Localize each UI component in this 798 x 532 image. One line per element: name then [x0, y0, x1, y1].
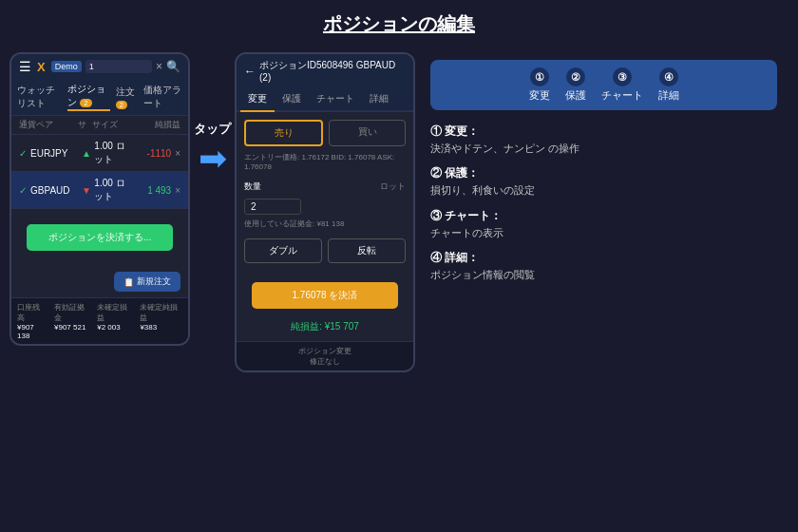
left-phone: ☰ X Demo 1 × 🔍 ウォッチリスト ポジション 2 注文 2 価格アラ… — [10, 52, 190, 346]
double-button[interactable]: ダブル — [244, 238, 322, 263]
tab-position[interactable]: ポジション 2 — [67, 83, 109, 111]
tab-alert[interactable]: 価格アラート — [143, 84, 182, 110]
tabs-overview: ① 変更 ② 保護 ③ チャート ④ 詳細 — [430, 60, 777, 110]
right-phone: ← ポジションID5608496 GBPAUD (2) 変更 保護 チャート 詳… — [235, 52, 415, 372]
footer-balance: 口座残高 ¥907 138 — [17, 302, 47, 340]
quantity-label: 数量 — [244, 180, 380, 193]
col-header-size: サイズ — [92, 119, 136, 131]
footer-net-unrealized: 未確定純損益 ¥383 — [140, 302, 182, 340]
buy-button[interactable]: 買い — [329, 120, 406, 146]
close-icon[interactable]: × — [156, 60, 162, 73]
tab-label-2: 保護 — [565, 88, 586, 103]
phone-tab-change[interactable]: 変更 — [240, 87, 275, 112]
phone-tab-protect[interactable]: 保護 — [275, 87, 309, 110]
search-icon[interactable]: 🔍 — [166, 60, 180, 73]
tab-label-1: 変更 — [529, 88, 550, 103]
check-icon: ✓ — [19, 148, 27, 159]
desc-item-2: ② 保護： 損切り、利食いの設定 — [430, 165, 777, 198]
position-row-eurjpy[interactable]: ✓ EURJPY ▲ 1.00 ロット -1110 × — [11, 135, 188, 172]
footer-equity: 有効証拠金 ¥907 521 — [54, 302, 89, 340]
desc-item-4: ④ 詳細： ポジション情報の閲覧 — [430, 250, 777, 282]
phone-tab-detail[interactable]: 詳細 — [362, 87, 396, 110]
position-pnl: -1110 — [133, 148, 171, 159]
col-header-pnl: 純損益 — [137, 119, 180, 131]
tab-label-4: 詳細 — [658, 88, 679, 103]
demo-badge: Demo — [51, 61, 82, 72]
quantity-input[interactable] — [244, 199, 301, 215]
tab-num-2: ② — [566, 67, 585, 86]
position-size: 1.00 ロット — [94, 140, 132, 166]
tab-num-1: ① — [530, 67, 549, 86]
tap-indicator: タップ ➡ — [194, 121, 231, 176]
account-input[interactable]: 1 — [86, 60, 152, 73]
tab-item-2: ② 保護 — [565, 67, 586, 103]
tab-order[interactable]: 注文 2 — [116, 86, 139, 109]
info-panel: ① 変更 ② 保護 ③ チャート ④ 詳細 ① 変更 — [419, 52, 788, 300]
entry-info: エントリー価格: 1.76172 BID: 1.76078 ASK: 1.760… — [237, 150, 413, 177]
tab-label-3: チャート — [601, 88, 643, 103]
close-position-icon[interactable]: × — [175, 185, 180, 196]
tab-num-4: ④ — [659, 67, 678, 86]
margin-info: 使用している証拠金: ¥81 138 — [237, 217, 413, 235]
page-title: ポジションの編集 — [0, 0, 798, 45]
reverse-button[interactable]: 反転 — [328, 238, 406, 263]
back-arrow-icon[interactable]: ← — [244, 65, 256, 78]
settle-all-button[interactable]: ポジションを決済する... — [27, 224, 173, 251]
new-order-button[interactable]: 📋 新規注文 — [114, 272, 180, 292]
brand-logo: X — [37, 60, 46, 74]
direction-down-icon: ▼ — [82, 185, 94, 196]
tab-item-1: ① 変更 — [529, 67, 550, 103]
settle-price-button[interactable]: 1.76078 を決済 — [252, 282, 398, 309]
hamburger-icon[interactable]: ☰ — [19, 59, 31, 74]
col-header-arrow: サ — [78, 119, 92, 131]
tap-arrow-icon: ➡ — [199, 142, 227, 176]
pair-name: EURJPY — [30, 148, 82, 159]
tab-item-4: ④ 詳細 — [658, 67, 679, 103]
position-pnl: 1 493 — [133, 185, 171, 196]
check-icon: ✓ — [19, 185, 27, 196]
desc-item-3: ③ チャート： チャートの表示 — [430, 208, 777, 240]
position-title: ポジションID5608496 GBPAUD (2) — [259, 59, 406, 83]
sell-button[interactable]: 売り — [244, 120, 323, 146]
lot-label: ロット — [380, 180, 406, 193]
direction-up-icon: ▲ — [82, 148, 94, 159]
right-phone-footer: ポジション変更 修正なし — [237, 341, 413, 370]
position-row-gbpaud[interactable]: ✓ GBPAUD ▼ 1.00 ロット 1 493 × — [11, 172, 188, 209]
position-size: 1.00 ロット — [94, 177, 132, 203]
pair-name: GBPAUD — [30, 185, 82, 196]
order-icon: 📋 — [124, 277, 134, 287]
footer-unrealized: 未確定損益 ¥2 003 — [97, 302, 132, 340]
close-position-icon[interactable]: × — [175, 148, 180, 159]
tab-item-3: ③ チャート — [601, 67, 643, 103]
tab-num-3: ③ — [613, 67, 632, 86]
desc-item-1: ① 変更： 決済やドテン、ナンピン の操作 — [430, 124, 777, 156]
col-header-pair: 通貨ペア — [19, 119, 78, 131]
tap-label: タップ — [194, 121, 231, 138]
tab-watchlist[interactable]: ウォッチリスト — [17, 84, 62, 110]
phone-tab-chart[interactable]: チャート — [309, 87, 362, 110]
net-pnl: 純損益: ¥15 707 — [237, 318, 413, 341]
